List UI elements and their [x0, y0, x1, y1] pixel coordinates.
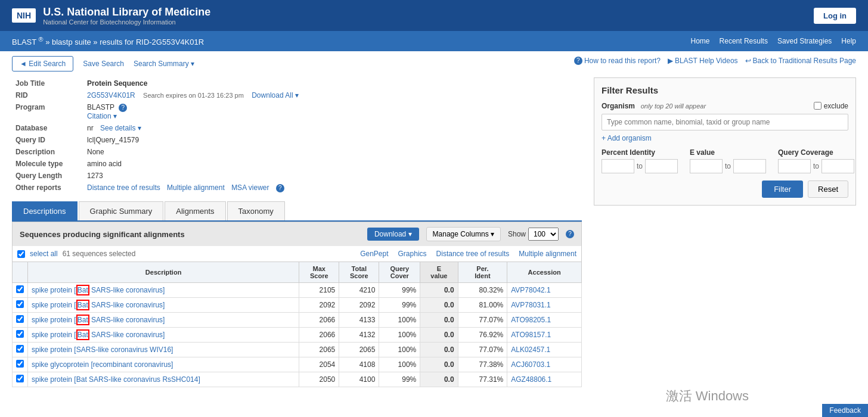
database-label: Database: [12, 122, 83, 134]
tab-descriptions[interactable]: Descriptions: [12, 201, 78, 220]
description-link[interactable]: spike protein [Bat SARS-like coronavirus…: [32, 375, 200, 384]
msa-viewer-link[interactable]: MSA viewer: [231, 183, 269, 192]
col-description: Description: [28, 262, 299, 283]
row-max-score: 2066: [299, 328, 339, 343]
see-details-link[interactable]: See details ▾: [100, 124, 141, 132]
row-checkbox[interactable]: [16, 300, 24, 308]
accession-link[interactable]: AGZ48806.1: [511, 375, 551, 384]
breadcrumb: BLAST ® » blastp suite » results for RID…: [12, 36, 204, 46]
select-all-link[interactable]: select all: [30, 250, 58, 258]
row-description: spike protein [Bat SARS-like coronavirus…: [28, 313, 299, 328]
row-total-score: 4133: [339, 313, 379, 328]
filter-ranges: Percent Identity to E value to: [602, 148, 848, 173]
molecule-label: Molecule type: [12, 158, 83, 170]
description-link[interactable]: spike protein [SARS-like coronavirus WIV…: [32, 346, 173, 354]
row-e-value: 0.0: [420, 372, 458, 387]
accession-link[interactable]: ACJ60703.1: [511, 360, 550, 369]
description-link[interactable]: spike protein [Bat SARS-like coronavirus…: [32, 329, 165, 340]
nav-help[interactable]: Help: [841, 37, 856, 45]
program-row: BLASTP ? Citation ▾: [83, 101, 582, 122]
col-accession: Accession: [507, 262, 582, 283]
multiple-alignment-link[interactable]: Multiple alignment: [167, 183, 225, 192]
row-total-score: 4132: [339, 328, 379, 343]
accession-link[interactable]: ATO98157.1: [511, 331, 551, 339]
job-title-label: Job Title: [12, 77, 83, 89]
manage-columns-button[interactable]: Manage Columns ▾: [426, 227, 501, 241]
blast-help-link[interactable]: ▶ BLAST Help Videos: [668, 57, 738, 65]
row-query-cover: 100%: [379, 328, 420, 343]
row-query-cover: 100%: [379, 343, 420, 357]
e-value-from[interactable]: [690, 159, 723, 173]
description-link[interactable]: spike glycoprotein [recombinant coronavi…: [32, 360, 173, 369]
row-checkbox[interactable]: [16, 315, 24, 323]
multiple-alignment-link2[interactable]: Multiple alignment: [519, 250, 576, 258]
tab-taxonomy[interactable]: Taxonomy: [227, 201, 285, 220]
genpept-link[interactable]: GenPept: [360, 250, 388, 258]
query-id-value: lcl|Query_41579: [83, 134, 582, 146]
nih-logo: NIH: [12, 8, 36, 23]
nav-home[interactable]: Home: [691, 37, 710, 45]
accession-link[interactable]: ATO98205.1: [511, 316, 551, 324]
sequences-controls: Download ▾ Manage Columns ▾ Show 100 50 …: [367, 227, 574, 241]
percent-identity-to[interactable]: [645, 159, 678, 173]
download-button[interactable]: Download ▾: [367, 228, 419, 241]
save-search-link[interactable]: Save Search: [83, 60, 124, 68]
back-traditional-link[interactable]: ↩ Back to Traditional Results Page: [745, 57, 856, 65]
description-link[interactable]: spike protein [Bat SARS-like coronavirus…: [32, 315, 165, 325]
filter-button[interactable]: Filter: [762, 181, 803, 198]
distance-tree-link[interactable]: Distance tree of results: [87, 183, 160, 192]
download-all-link[interactable]: Download All ▾: [252, 91, 299, 99]
col-total-score: TotalScore: [339, 262, 379, 283]
how-to-read-link[interactable]: ? How to read this report?: [574, 57, 661, 65]
row-query-cover: 99%: [379, 298, 420, 313]
distance-tree-results-link[interactable]: Distance tree of results: [436, 250, 510, 258]
tab-alignments[interactable]: Alignments: [165, 201, 225, 220]
expires-text: Search expires on 01-23 16:23 pm: [143, 92, 244, 99]
nav-saved-strategies[interactable]: Saved Strategies: [777, 37, 832, 45]
row-max-score: 2054: [299, 357, 339, 372]
search-summary-link[interactable]: Search Summary ▾: [134, 60, 194, 68]
description-link[interactable]: spike protein [Bat SARS-like coronavirus…: [32, 300, 165, 310]
row-accession: ATO98157.1: [507, 328, 582, 343]
exclude-checkbox[interactable]: [814, 102, 822, 110]
show-count-select[interactable]: 100 50 200: [528, 228, 559, 241]
organism-input[interactable]: [602, 114, 848, 130]
query-coverage-from[interactable]: [778, 159, 811, 173]
row-query-cover: 99%: [379, 283, 420, 298]
tab-graphic-summary[interactable]: Graphic Summary: [79, 201, 164, 220]
nav-recent-results[interactable]: Recent Results: [720, 37, 768, 45]
rid-link[interactable]: 2G553V4K01R: [87, 91, 135, 99]
row-checkbox[interactable]: [16, 285, 24, 293]
login-button[interactable]: Log in: [814, 8, 856, 24]
row-per-ident: 77.38%: [458, 357, 507, 372]
accession-link[interactable]: AVP78031.1: [511, 301, 551, 309]
e-value-group: E value to: [690, 148, 766, 173]
select-all-checkbox[interactable]: [17, 250, 25, 258]
query-coverage-group: Query Coverage to: [778, 148, 854, 173]
citation-link[interactable]: Citation ▾: [87, 112, 578, 120]
table-row: spike protein [Bat SARS-like coronavirus…: [13, 283, 582, 298]
row-accession: ACJ60703.1: [507, 357, 582, 372]
graphics-link[interactable]: Graphics: [398, 250, 427, 258]
e-value-to[interactable]: [733, 159, 766, 173]
query-coverage-label: Query Coverage: [778, 148, 854, 157]
add-organism-link[interactable]: + Add organism: [602, 134, 848, 142]
reset-button[interactable]: Reset: [808, 181, 848, 198]
toolbar: ◄ Edit Search Save Search Search Summary…: [12, 56, 856, 71]
row-checkbox[interactable]: [16, 345, 24, 353]
page-header: NIH U.S. National Library of Medicine Na…: [0, 0, 868, 31]
row-checkbox[interactable]: [16, 360, 24, 368]
col-checkbox: [13, 262, 28, 283]
row-checkbox[interactable]: [16, 375, 24, 382]
percent-identity-group: Percent Identity to: [602, 148, 678, 173]
accession-link[interactable]: AVP78042.1: [511, 286, 551, 294]
description-label: Description: [12, 146, 83, 158]
description-link[interactable]: spike protein [Bat SARS-like coronavirus…: [32, 285, 165, 295]
accession-link[interactable]: ALK02457.1: [511, 346, 550, 354]
table-help-icon: ?: [566, 230, 574, 238]
row-per-ident: 80.32%: [458, 283, 507, 298]
percent-identity-from[interactable]: [602, 159, 634, 173]
edit-search-button[interactable]: ◄ Edit Search: [12, 56, 73, 71]
query-coverage-to[interactable]: [822, 159, 854, 173]
row-checkbox[interactable]: [16, 330, 24, 338]
